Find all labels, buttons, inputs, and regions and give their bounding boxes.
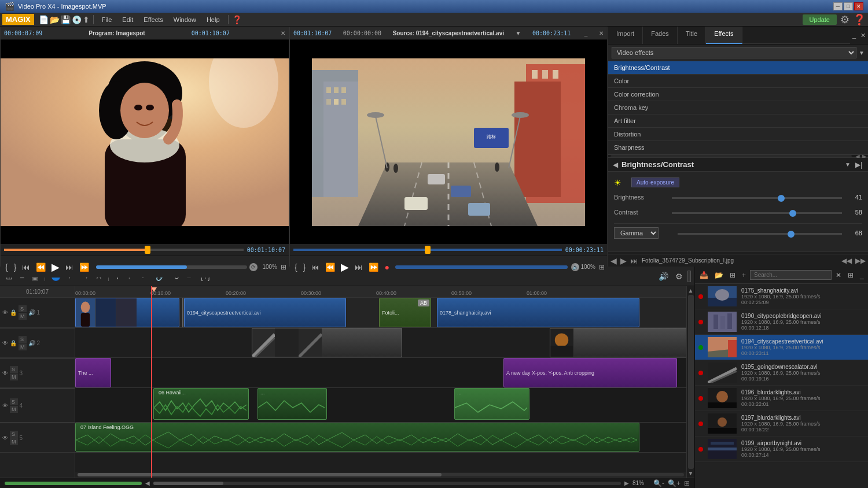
effect-chroma-key[interactable]: Chroma key (608, 101, 868, 114)
track-4-eye[interactable]: 👁 (2, 402, 8, 409)
bc-nav-down[interactable]: ▼ (845, 161, 851, 168)
brightness-slider[interactable] (672, 197, 842, 199)
track-4-M[interactable]: M (10, 406, 18, 413)
track-2-eye[interactable]: 👁 (2, 340, 8, 346)
panel-minimize[interactable]: _ (850, 27, 858, 44)
clip-audio2[interactable]: ... (258, 388, 327, 420)
right-record[interactable]: ● (382, 261, 391, 273)
left-loop-btn[interactable]: ⟳ (249, 263, 258, 271)
mp-item-0194[interactable]: 0194_cityscapestreetvertical.avi 1920 x … (695, 335, 868, 360)
clip-shanghai[interactable]: 0178_shanghaicity.avi (437, 298, 639, 327)
right-preview-dropdown[interactable]: ▼ (516, 30, 521, 36)
right-step-back[interactable]: ⏪ (323, 261, 337, 273)
bc-play-all[interactable]: ▶| (854, 161, 863, 169)
clip-woman[interactable] (75, 298, 179, 327)
v-scroll-up[interactable]: ▲ (688, 287, 694, 294)
bc-footer-nav-left[interactable]: ◀ (610, 256, 617, 265)
effect-brightness-contrast[interactable]: Brightness/Contrast (608, 61, 868, 75)
track-1-M[interactable]: M (19, 313, 27, 320)
update-button[interactable]: Update (803, 14, 837, 25)
clip-fotolia[interactable]: Fotoli... AB (379, 298, 431, 327)
menu-window[interactable]: Window (169, 15, 201, 24)
left-step-back[interactable]: ⏪ (34, 261, 48, 273)
bc-footer-minimize[interactable]: ◀◀ (841, 257, 852, 265)
effect-color[interactable]: Color (608, 75, 868, 88)
maximize-button[interactable]: □ (844, 2, 853, 10)
clip-city-main[interactable]: 0194_cityscapestreetvertical.avi (184, 298, 346, 327)
toolbar-icon-settings[interactable]: ⚙ (840, 13, 849, 26)
mp-item-0195[interactable]: 0195_goingdownescalator.avi 1920 x 1080,… (695, 360, 868, 386)
close-button[interactable]: ✕ (854, 2, 863, 10)
clip-hawaii[interactable]: 06 Hawaii... (153, 388, 249, 420)
right-progress-bar[interactable] (395, 265, 568, 269)
v-scroll-thumb[interactable] (688, 295, 694, 469)
right-volume-btn[interactable]: 🔊 (571, 263, 579, 271)
contrast-slider[interactable] (672, 212, 842, 214)
tl-btn-settings[interactable]: ⚙ (673, 271, 685, 282)
left-mark-in[interactable]: } (12, 261, 19, 273)
mp-btn-grid[interactable]: ⊞ (727, 270, 738, 280)
mp-btn-search[interactable]: ✕ (833, 270, 844, 280)
menu-edit[interactable]: Edit (117, 15, 138, 24)
panel-close[interactable]: ✕ (858, 27, 868, 44)
auto-exposure-button[interactable]: Auto-exposure (631, 178, 679, 187)
timeline-scrollbar[interactable] (78, 473, 684, 476)
mp-item-0199[interactable]: 0199_airportbynight.avi 1920 x 1080, 16:… (695, 437, 868, 462)
mp-btn-folder[interactable]: 📂 (712, 270, 726, 280)
right-mark-in[interactable]: } (301, 261, 308, 273)
right-play-button[interactable]: ▶ (339, 260, 351, 275)
tl-btn-vol[interactable]: 🔊 (656, 271, 671, 282)
clip-the[interactable]: The ... (75, 358, 111, 387)
timeline-zoom-out[interactable]: 🔍- (653, 479, 664, 487)
left-prev-button[interactable]: { (3, 261, 10, 273)
timeline-position-bar[interactable] (153, 482, 621, 485)
mp-search-input[interactable] (750, 270, 832, 280)
mp-item-0196[interactable]: 0196_blurdarklights.avi 1920 x 1080, 16:… (695, 386, 868, 411)
menu-effects[interactable]: Effects (139, 15, 167, 24)
left-preview-close[interactable]: ✕ (281, 30, 285, 36)
tab-effects[interactable]: Effects (706, 27, 742, 44)
track-1-S[interactable]: S (19, 305, 27, 312)
bc-footer-jump[interactable]: ⏭ (630, 256, 638, 265)
timeline-scroll-right[interactable]: ▶ (624, 480, 629, 486)
track-2-M[interactable]: M (19, 343, 27, 350)
bc-footer-expand[interactable]: ▶▶ (855, 257, 866, 265)
track-1-lock[interactable]: 🔒 (10, 309, 17, 316)
track-3-S[interactable]: S (10, 366, 18, 373)
right-skip-fwd[interactable]: ⏭ (352, 261, 365, 273)
track-2-lock[interactable]: 🔒 (10, 340, 17, 346)
toolbar-icon-help2[interactable]: ❓ (853, 13, 866, 26)
minimize-button[interactable]: ─ (833, 2, 843, 10)
toolbar-icon-burn[interactable]: 💿 (72, 15, 82, 24)
clip-escalator[interactable] (252, 328, 402, 357)
mp-btn-expand[interactable]: ⊞ (845, 270, 856, 280)
track-1-vol[interactable]: 🔊 (28, 309, 35, 316)
tab-title[interactable]: Title (678, 27, 706, 44)
toolbar-icon-open[interactable]: 📂 (50, 15, 60, 24)
timeline-scrollbar-thumb[interactable] (78, 473, 442, 476)
tab-fades[interactable]: Fades (643, 27, 678, 44)
track-2-vol[interactable]: 🔊 (28, 340, 35, 346)
toolbar-icon-magix-help[interactable]: ❓ (232, 15, 242, 24)
track-5-eye[interactable]: 👁 (2, 435, 8, 441)
right-preview-minimize[interactable]: _ (584, 30, 588, 36)
timeline-scroll-left[interactable]: ◀ (145, 480, 150, 486)
toolbar-icon-export[interactable]: ⬆ (83, 15, 90, 24)
mp-btn-add[interactable]: + (740, 270, 748, 280)
mp-btn-import[interactable]: 📥 (697, 270, 711, 280)
mp-item-0197[interactable]: 0197_blurdarklights.avi 1920 x 1080, 16:… (695, 411, 868, 437)
tl-resize-handle[interactable] (687, 271, 691, 282)
track-1-eye[interactable]: 👁 (2, 309, 8, 316)
right-preview-close[interactable]: ✕ (599, 30, 604, 36)
effect-sharpness[interactable]: Sharpness (608, 141, 868, 154)
clip-airport[interactable] (550, 328, 686, 357)
track-5-M[interactable]: M (10, 438, 18, 445)
timeline-h-scroll[interactable] (75, 472, 686, 478)
bc-back-arrow[interactable]: ◀ (613, 161, 618, 169)
timeline-fullscreen[interactable]: ⊞ (684, 479, 690, 487)
toolbar-icon-save[interactable]: 💾 (61, 15, 71, 24)
left-mark-out[interactable]: ⏩ (77, 261, 91, 273)
mp-btn-minimize[interactable]: _ (858, 270, 866, 280)
v-scroll-down[interactable]: ▼ (688, 470, 694, 476)
menu-help[interactable]: Help (202, 15, 225, 24)
